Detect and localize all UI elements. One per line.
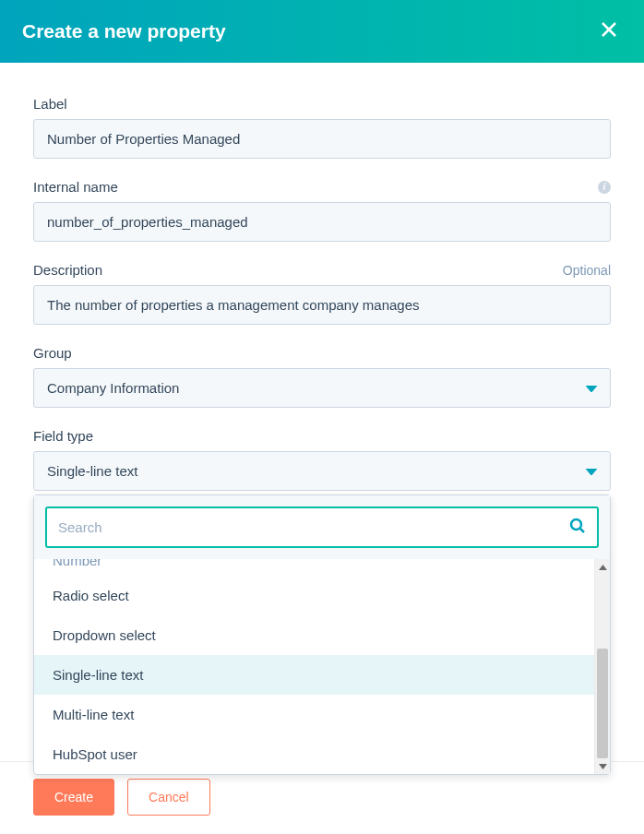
- description-field-label: Description: [33, 262, 102, 278]
- dropdown-option[interactable]: Radio select: [34, 576, 594, 615]
- description-input[interactable]: [33, 285, 611, 325]
- dropdown-list: Number Radio select Dropdown select Sing…: [34, 559, 594, 774]
- close-icon: [600, 20, 618, 42]
- field-internal-name-group: Internal name i: [33, 179, 611, 242]
- close-button[interactable]: [596, 18, 622, 44]
- scroll-thumb[interactable]: [597, 649, 608, 758]
- internal-name-input[interactable]: [33, 202, 611, 242]
- scroll-up-arrow[interactable]: [595, 559, 610, 575]
- dialog-content: Label Internal name i Description Option…: [0, 63, 644, 491]
- cancel-button[interactable]: Cancel: [127, 779, 210, 816]
- caret-down-icon: [586, 463, 597, 479]
- dropdown-search-input[interactable]: [58, 508, 569, 546]
- svg-marker-6: [599, 565, 607, 570]
- fieldtype-dropdown-panel: Number Radio select Dropdown select Sing…: [33, 494, 611, 775]
- dialog-title: Create a new property: [22, 20, 226, 42]
- fieldtype-select[interactable]: Single-line text: [33, 451, 611, 491]
- caret-down-icon: [586, 380, 597, 396]
- dropdown-option[interactable]: HubSpot user: [34, 734, 594, 774]
- label-field-label: Label: [33, 96, 67, 112]
- optional-label: Optional: [563, 263, 611, 278]
- search-icon: [569, 518, 586, 538]
- dropdown-search: [45, 506, 599, 548]
- field-group-group: Group Company Information: [33, 345, 611, 408]
- dropdown-option-selected[interactable]: Single-line text: [34, 655, 594, 695]
- field-fieldtype-group: Field type Single-line text: [33, 428, 611, 491]
- svg-point-4: [571, 519, 581, 530]
- label-input[interactable]: [33, 119, 611, 159]
- dropdown-option[interactable]: Number: [34, 559, 594, 576]
- group-select-value: Company Information: [47, 380, 179, 396]
- internal-name-field-label: Internal name: [33, 179, 118, 195]
- svg-marker-2: [586, 386, 597, 392]
- svg-marker-7: [599, 764, 607, 769]
- group-field-label: Group: [33, 345, 72, 361]
- dropdown-list-wrap: Number Radio select Dropdown select Sing…: [34, 559, 610, 774]
- scroll-track[interactable]: [595, 575, 610, 758]
- fieldtype-field-label: Field type: [33, 428, 93, 444]
- svg-line-5: [580, 529, 584, 532]
- scroll-down-arrow[interactable]: [595, 758, 610, 774]
- dropdown-option[interactable]: Dropdown select: [34, 615, 594, 655]
- dropdown-search-wrap: [34, 495, 610, 559]
- svg-marker-3: [586, 469, 597, 475]
- fieldtype-select-value: Single-line text: [47, 463, 137, 479]
- create-button[interactable]: Create: [33, 779, 114, 816]
- field-description-group: Description Optional: [33, 262, 611, 325]
- field-label-group: Label: [33, 96, 611, 159]
- dropdown-scrollbar[interactable]: [594, 559, 610, 774]
- dialog-header: Create a new property: [0, 0, 644, 63]
- dropdown-option[interactable]: Multi-line text: [34, 695, 594, 734]
- info-icon[interactable]: i: [598, 181, 611, 194]
- group-select[interactable]: Company Information: [33, 368, 611, 408]
